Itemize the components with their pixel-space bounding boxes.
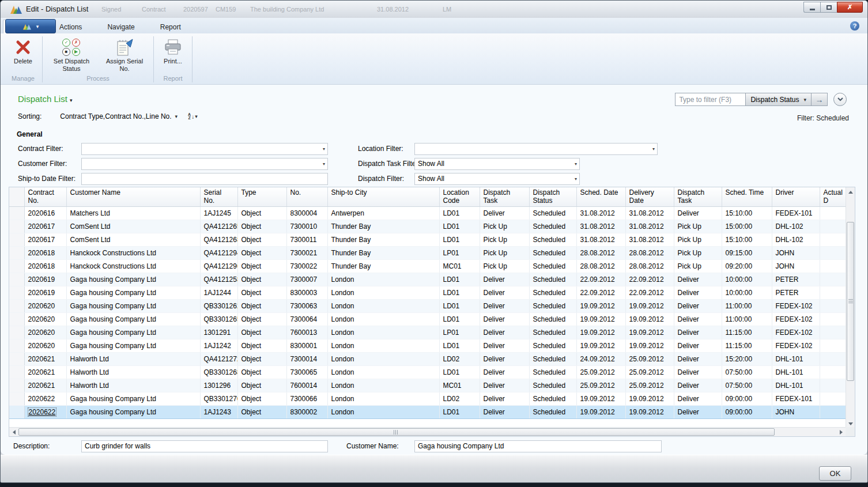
column-header[interactable]: Serial No. (200, 187, 237, 206)
filter-pane-toggle-button[interactable] (833, 93, 847, 106)
general-section-label[interactable]: General (17, 130, 43, 138)
table-cell: Deliver (674, 326, 722, 339)
table-row[interactable]: 2020616Matchers Ltd1AJ1245Object8300004A… (9, 206, 846, 220)
application-menu-button[interactable]: ▾ (5, 19, 56, 33)
vertical-scrollbar-thumb[interactable] (847, 222, 854, 381)
dispatch-filter-input[interactable]: Show All ▾ (414, 173, 580, 185)
ship-to-date-filter-input[interactable] (81, 173, 328, 185)
column-header[interactable]: Sched. Date (576, 187, 625, 206)
row-selector[interactable] (9, 206, 24, 220)
column-header[interactable]: Delivery Date (625, 187, 674, 206)
tab-report[interactable]: Report (149, 20, 193, 33)
table-row[interactable]: 2020619Gaga housing Company Ltd1AJ1244Ob… (9, 286, 846, 299)
row-selector[interactable] (9, 286, 24, 299)
table-row[interactable]: 2020621Halworth LtdQB3301268Object730006… (9, 365, 846, 379)
row-selector[interactable] (9, 220, 24, 233)
column-header[interactable]: Dispatch Task (674, 187, 722, 206)
chevron-down-icon[interactable]: ▾ (652, 146, 655, 152)
table-cell: Scheduled (529, 405, 576, 418)
focused-cell[interactable]: 2020622 (28, 408, 56, 416)
ok-button[interactable]: OK (819, 466, 851, 481)
table-cell: 31.08.2012 (625, 220, 674, 233)
table-cell (820, 286, 846, 299)
row-selector[interactable] (9, 326, 24, 339)
scroll-up-button[interactable] (846, 187, 855, 197)
column-header[interactable]: Driver (772, 187, 820, 206)
chevron-down-icon[interactable]: ▾ (323, 146, 325, 152)
contract-filter-input[interactable]: ▾ (81, 143, 328, 155)
table-row[interactable]: 2020621Halworth Ltd1301296Object7600014L… (9, 379, 846, 392)
horizontal-scrollbar-thumb[interactable] (18, 428, 775, 436)
row-selector[interactable] (9, 365, 24, 379)
filter-column-button[interactable]: Dispatch Status ▾ (745, 93, 812, 106)
column-header[interactable]: Dispatch Task (480, 187, 529, 206)
table-cell: 10:00:00 (722, 273, 772, 286)
row-selector[interactable] (9, 273, 24, 286)
table-row[interactable]: 2020617ComSent LtdQA4121268Object7300011… (9, 233, 846, 246)
set-dispatch-status-button[interactable]: ✓ ✗ ■ ▶ Set Dispatch Status (45, 35, 98, 73)
table-row[interactable]: 2020618Hanckock Constructions LtdQA41212… (9, 259, 846, 273)
dispatch-status-icon: ✓ ✗ ■ ▶ (62, 37, 81, 58)
scroll-left-button[interactable] (9, 428, 18, 437)
chevron-down-icon[interactable]: ▾ (575, 176, 577, 182)
select-all-corner[interactable] (9, 187, 24, 206)
table-row[interactable]: 2020620Gaga housing Company Ltd1301291Ob… (9, 326, 846, 339)
print-button[interactable]: Print... (156, 35, 190, 65)
row-selector[interactable] (9, 379, 24, 392)
row-selector[interactable] (9, 392, 24, 405)
maximize-button[interactable] (820, 2, 837, 13)
sort-az-icon[interactable]: AZ ↓ ▾ (188, 113, 198, 120)
close-button[interactable]: ✗ (837, 2, 863, 13)
row-selector[interactable] (9, 259, 24, 273)
column-header[interactable]: Type (237, 187, 286, 206)
row-selector[interactable] (9, 352, 24, 365)
chevron-down-icon[interactable]: ▾ (323, 161, 325, 167)
apply-filter-button[interactable]: → (812, 93, 828, 106)
column-header[interactable]: Ship-to City (327, 187, 439, 206)
row-selector[interactable] (9, 233, 24, 246)
table-row[interactable]: 2020620Gaga housing Company LtdQB3301265… (9, 312, 846, 326)
row-selector[interactable] (9, 405, 24, 418)
table-row[interactable]: 2020617ComSent LtdQA4121265Object7300010… (9, 220, 846, 233)
column-header[interactable]: Dispatch Status (529, 187, 576, 206)
table-row[interactable]: 2020620Gaga housing Company LtdQB3301262… (9, 299, 846, 312)
help-icon[interactable]: ? (850, 21, 859, 31)
row-selector[interactable] (9, 246, 24, 259)
minimize-button[interactable] (803, 2, 820, 13)
table-row[interactable]: 2020620Gaga housing Company Ltd1AJ1242Ob… (9, 339, 846, 352)
row-selector[interactable] (9, 299, 24, 312)
column-header[interactable]: Location Code (439, 187, 480, 206)
column-header[interactable]: Actual D (820, 187, 846, 206)
quick-filter-input[interactable] (675, 93, 745, 106)
description-field[interactable]: Curb grinder for walls (81, 440, 328, 452)
horizontal-scrollbar[interactable] (9, 427, 846, 436)
table-cell: 24.09.2012 (576, 352, 625, 365)
row-selector[interactable] (9, 339, 24, 352)
vertical-scrollbar[interactable] (846, 187, 855, 428)
table-row[interactable]: 2020622Gaga housing Company Ltd1AJ1243Ob… (9, 405, 846, 418)
table-cell: 19.09.2012 (576, 312, 625, 326)
tab-navigate[interactable]: Navigate (96, 20, 146, 33)
sorting-dropdown[interactable]: Contract Type,Contract No.,Line No. ▾ (60, 112, 178, 120)
column-header[interactable]: No. (286, 187, 327, 206)
dispatch-task-filter-input[interactable]: Show All ▾ (414, 158, 580, 170)
table-row[interactable]: 2020621Halworth LtdQA4121272Object730001… (9, 352, 846, 365)
column-header[interactable]: Customer Name (66, 187, 200, 206)
row-selector[interactable] (9, 312, 24, 326)
location-filter-input[interactable]: ▾ (414, 143, 658, 155)
chevron-down-icon[interactable]: ▾ (575, 161, 577, 167)
column-header[interactable]: Contract No. (24, 187, 66, 206)
page-title[interactable]: Dispatch List ▾ (18, 94, 73, 104)
customer-filter-input[interactable]: ▾ (81, 158, 328, 170)
delete-button[interactable]: Delete (6, 35, 40, 65)
table-cell: LD01 (439, 365, 480, 379)
table-row[interactable]: 2020622Gaga housing Company LtdQB3301270… (9, 392, 846, 405)
table-row[interactable]: 2020618Hanckock Constructions LtdQA41212… (9, 246, 846, 259)
customer-name-field[interactable]: Gaga housing Company Ltd (414, 440, 662, 452)
scroll-right-button[interactable] (836, 428, 846, 437)
table-cell: London (327, 392, 439, 405)
column-header[interactable]: Sched. Time (722, 187, 772, 206)
table-row[interactable]: 2020619Gaga housing Company LtdQA4121258… (9, 273, 846, 286)
title-bar[interactable]: Edit - Dispatch List SignedContract20205… (1, 1, 867, 18)
assign-serial-no-button[interactable]: Assign Serial No. (98, 35, 151, 73)
